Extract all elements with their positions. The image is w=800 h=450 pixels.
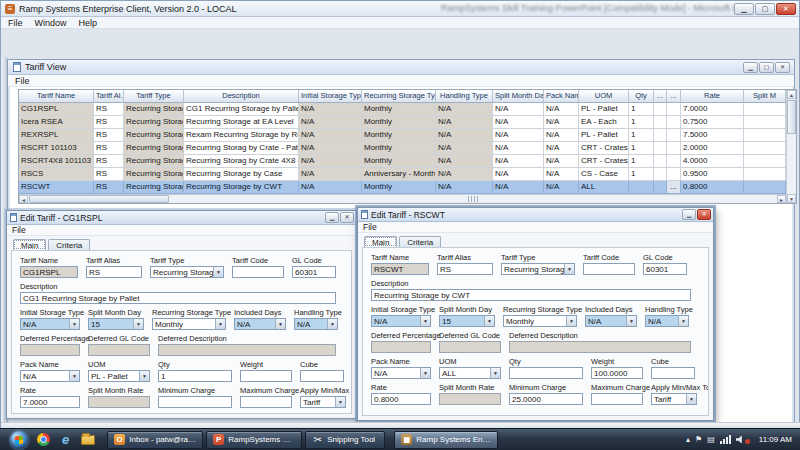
- combo-arrow-icon[interactable]: ▼: [626, 316, 636, 326]
- taskbar-button-snipping-tool[interactable]: ✂ Snipping Tool: [305, 431, 385, 449]
- hscroll-thumb[interactable]: [29, 195, 169, 203]
- grid-cell[interactable]: 1: [629, 116, 654, 129]
- column-header-col[interactable]: ...: [667, 90, 681, 103]
- taskbar-button-powerpoint[interactable]: P RampSystems WMS ...: [206, 431, 302, 449]
- column-header-rate[interactable]: Rate: [681, 90, 744, 103]
- tab-main[interactable]: Main: [364, 236, 397, 247]
- grid-cell[interactable]: 1: [629, 155, 654, 168]
- grid-cell[interactable]: N/A: [299, 168, 362, 181]
- grid-cell[interactable]: Monthly: [362, 116, 436, 129]
- grid-cell[interactable]: N/A: [493, 181, 544, 194]
- combo-arrow-icon[interactable]: ▼: [275, 319, 285, 329]
- combo-arrow-icon[interactable]: ▼: [564, 264, 574, 274]
- tariff-name-field[interactable]: CG1RSPL: [20, 266, 78, 278]
- tariff-code-field[interactable]: [583, 263, 635, 275]
- tariff-view-close-button[interactable]: ✕: [775, 62, 790, 73]
- scroll-up-icon[interactable]: ▲: [787, 90, 796, 99]
- grid-cell[interactable]: [667, 129, 681, 142]
- grid-cell[interactable]: N/A: [544, 129, 579, 142]
- tariff-view-menu-file[interactable]: File: [15, 76, 30, 86]
- grid-cell[interactable]: RS: [94, 181, 124, 194]
- qty-field[interactable]: 1: [158, 370, 232, 382]
- column-header-description[interactable]: Description: [184, 90, 299, 103]
- rate-field[interactable]: 0.8000: [371, 393, 431, 405]
- column-header-pack-name[interactable]: Pack Name: [544, 90, 579, 103]
- grid-cell[interactable]: N/A: [493, 103, 544, 116]
- show-hidden-icons-icon[interactable]: ▴: [686, 435, 690, 445]
- menu-help[interactable]: Help: [79, 18, 98, 28]
- grid-cell[interactable]: [667, 168, 681, 181]
- vertical-scrollbar[interactable]: ▲ ▼: [786, 90, 796, 203]
- split-month-day-field[interactable]: 15▼: [88, 318, 144, 330]
- internet-explorer-icon[interactable]: e: [62, 433, 69, 446]
- column-header-col[interactable]: ...: [654, 90, 667, 103]
- column-header-qty[interactable]: Qty: [629, 90, 654, 103]
- grid-cell[interactable]: N/A: [299, 181, 362, 194]
- grid-cell[interactable]: Icera RSEA: [19, 116, 94, 129]
- column-header-tariff-al[interactable]: Tariff Al...: [94, 90, 124, 103]
- combo-arrow-icon[interactable]: ▼: [484, 316, 494, 326]
- grid-cell[interactable]: [744, 168, 786, 181]
- grid-cell[interactable]: N/A: [299, 116, 362, 129]
- pack-name-field[interactable]: N/A▼: [20, 370, 80, 382]
- grid-cell[interactable]: [654, 155, 667, 168]
- table-row[interactable]: Icera RSEARSRecurring StorageRecurring S…: [19, 116, 786, 129]
- grid-cell[interactable]: 1: [629, 103, 654, 116]
- grid-cell[interactable]: Recurring Storage: [124, 181, 184, 194]
- grid-cell[interactable]: RSCS: [19, 168, 94, 181]
- tariff-type-field[interactable]: Recurring Storage▼: [501, 263, 575, 275]
- combo-arrow-icon[interactable]: ▼: [566, 316, 576, 326]
- grid-cell[interactable]: Recurring Storag by Crate - Patriot Tim.…: [184, 142, 299, 155]
- grid-cell[interactable]: RSCRT 101103: [19, 142, 94, 155]
- combo-arrow-icon[interactable]: ▼: [327, 319, 337, 329]
- grid-cell[interactable]: 0.7500: [681, 116, 744, 129]
- table-row[interactable]: RSCWTRSRecurring StorageRecurring Storag…: [19, 181, 786, 194]
- grid-cell[interactable]: N/A: [493, 142, 544, 155]
- weight-field[interactable]: [240, 370, 292, 382]
- column-header-split-m[interactable]: Split M: [744, 90, 786, 103]
- horizontal-scrollbar[interactable]: ◄ ►: [19, 194, 786, 203]
- grid-cell[interactable]: N/A: [544, 181, 579, 194]
- scroll-down-icon[interactable]: ▼: [787, 194, 796, 203]
- initial-storage-type-field[interactable]: N/A▼: [371, 315, 431, 327]
- column-header-recurring-storage-type[interactable]: Recurring Storage Type: [362, 90, 436, 103]
- grid-cell[interactable]: [744, 155, 786, 168]
- dialog-minimize-button[interactable]: ▁: [682, 209, 696, 220]
- maximize-button[interactable]: ▢: [755, 3, 775, 15]
- combo-arrow-icon[interactable]: ▼: [213, 267, 223, 277]
- grid-cell[interactable]: CG1 Recurring Storage by Pallet: [184, 103, 299, 116]
- grid-cell[interactable]: Recurring Storage: [124, 129, 184, 142]
- minimum-charge-field[interactable]: [158, 396, 232, 408]
- gl-code-field[interactable]: 60301: [292, 266, 336, 278]
- grid-cell[interactable]: Recurring Storage: [124, 103, 184, 116]
- grid-cell[interactable]: Recurring Storage: [124, 155, 184, 168]
- network-signal-icon[interactable]: [720, 435, 731, 444]
- grid-cell[interactable]: RS: [94, 103, 124, 116]
- grid-cell[interactable]: Rexam Recurring Storage by Roll: [184, 129, 299, 142]
- grid-cell[interactable]: CRT - Crates: [579, 142, 629, 155]
- grid-cell[interactable]: N/A: [544, 116, 579, 129]
- grid-cell[interactable]: N/A: [299, 129, 362, 142]
- grid-cell[interactable]: N/A: [493, 129, 544, 142]
- tariff-code-field[interactable]: [232, 266, 284, 278]
- grid-cell[interactable]: N/A: [544, 103, 579, 116]
- grid-cell[interactable]: N/A: [493, 155, 544, 168]
- explorer-folder-icon[interactable]: [81, 435, 95, 445]
- chrome-icon[interactable]: [37, 433, 50, 446]
- tariff-alias-field[interactable]: RS: [437, 263, 493, 275]
- grid-cell[interactable]: CRT - Crates 4x8: [579, 155, 629, 168]
- grid-cell[interactable]: [629, 181, 654, 194]
- grid-cell[interactable]: Recurring Storage: [124, 142, 184, 155]
- column-header-tariff-name[interactable]: Tariff Name: [19, 90, 94, 103]
- table-row[interactable]: RSCRT4X8 101103RSRecurring StorageRecurr…: [19, 155, 786, 168]
- grid-cell[interactable]: RS: [94, 142, 124, 155]
- grid-cell[interactable]: PL - Pallet: [579, 103, 629, 116]
- grid-cell[interactable]: CS - Case: [579, 168, 629, 181]
- table-row[interactable]: REXRSPLRSRecurring StorageRexam Recurrin…: [19, 129, 786, 142]
- column-header-uom[interactable]: UOM: [579, 90, 629, 103]
- combo-arrow-icon[interactable]: ▼: [69, 371, 79, 381]
- combo-arrow-icon[interactable]: ▼: [420, 368, 430, 378]
- grid-cell[interactable]: [744, 142, 786, 155]
- column-header-split-month-day[interactable]: Split Month Day: [493, 90, 544, 103]
- tab-criteria[interactable]: Criteria: [399, 236, 441, 247]
